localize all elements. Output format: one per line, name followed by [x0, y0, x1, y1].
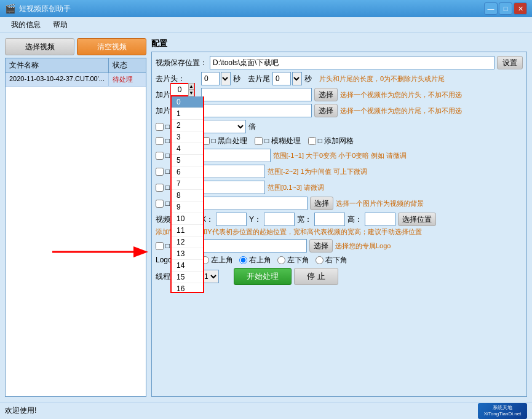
background-hint: 选择一个图片作为视频的背景	[336, 199, 523, 208]
cut-hint: 片头和片尾的长度，0为不删除片头或片尾	[319, 74, 523, 84]
background-input[interactable]	[197, 197, 308, 210]
logo-pos-leftbottom-label[interactable]: 左下角	[277, 255, 309, 265]
w-input[interactable]	[314, 213, 345, 226]
add-head-row: 加片头： 选择 选择一个视频作为您的片头，不加不用选	[156, 88, 523, 101]
video-pos-hint: 添加背景后：X和Y代表初步位置的起始位置，宽和高代表视频的宽高；建议手动选择位置	[156, 227, 523, 237]
main-content: 选择视频 清空视频 文件名称 状态 2020-11-03-10-42-37.CU…	[0, 33, 532, 402]
h-label: 高：	[347, 214, 362, 225]
h-input[interactable]	[365, 213, 395, 226]
menu-item-help[interactable]: 帮助	[47, 18, 74, 31]
video-speed-checkbox[interactable]	[156, 123, 164, 131]
blackwhite-checkbox-label[interactable]: □ 黑白处理	[202, 136, 248, 146]
logo-image: 系统天地XiTongTianDi.net	[478, 403, 527, 419]
settings-button[interactable]: 设置	[497, 56, 523, 69]
select-video-button[interactable]: 选择视频	[5, 38, 74, 55]
table-row[interactable]: 2020-11-03-10-42-37.CUT.00'... 待处理	[6, 73, 146, 87]
dropdown-item-11[interactable]: 11	[172, 225, 203, 237]
cut-tail-dropdown[interactable]: 0	[292, 72, 302, 85]
dropdown-item-10[interactable]: 10	[172, 213, 203, 225]
brightness-input[interactable]	[197, 149, 271, 162]
save-path-input[interactable]	[210, 56, 494, 69]
contrast-checkbox[interactable]	[156, 168, 164, 176]
saturation-row: □ 饱 和 范围[0.1~3] 请微调	[156, 181, 523, 194]
dropdown-item-15[interactable]: 15	[172, 272, 203, 283]
cut-tail-input[interactable]	[272, 72, 291, 85]
add-tail-input[interactable]	[201, 104, 312, 117]
spinbox-arrows: ▲ ▼	[188, 83, 194, 96]
add-tail-choose-button[interactable]: 选择	[314, 104, 338, 117]
cut-tail-label: 去片尾	[248, 74, 270, 84]
logo-pos-rightbottom-radio[interactable]	[316, 256, 324, 264]
grid-checkbox[interactable]	[308, 137, 316, 145]
logo-lefttop-text: 左上角	[211, 255, 233, 265]
dropdown-item-12[interactable]: 12	[172, 237, 203, 248]
add-head-hint: 选择一个视频作为您的片头，不加不用选	[340, 90, 523, 100]
dropdown-list[interactable]: 0123456789101112131415161718192021222324…	[170, 96, 204, 293]
video-speed-unit: 倍	[248, 122, 256, 132]
dropdown-item-5[interactable]: 5	[172, 155, 203, 166]
dropdown-item-4[interactable]: 4	[172, 143, 203, 155]
effects-row: □ 左右翻 □ 黑白处理 □ 模糊处理 □ 添加网格	[156, 136, 523, 146]
blur-checkbox[interactable]	[255, 137, 263, 145]
dropdown-input-row: ▲ ▼	[170, 83, 204, 96]
x-input[interactable]	[216, 213, 247, 226]
menu-item-myinfo[interactable]: 我的信息	[5, 18, 47, 31]
close-button[interactable]: ✕	[514, 2, 527, 15]
start-process-button[interactable]: 开始处理	[234, 268, 292, 285]
cut-head-label: 去片头：	[156, 74, 199, 84]
spinbox-input[interactable]	[171, 84, 188, 95]
cut-head-dropdown-trigger[interactable]: 0	[221, 72, 231, 85]
dropdown-item-16[interactable]: 16	[172, 283, 203, 293]
video-pos-choose-button[interactable]: 选择位置	[398, 213, 436, 226]
video-pos-row: 视频位置 X： Y： 宽： 高： 选择位置	[156, 213, 523, 226]
add-head-input[interactable]	[201, 88, 312, 101]
file-table-header: 文件名称 状态	[6, 58, 146, 73]
logo-pos-righttop-radio[interactable]	[239, 256, 247, 264]
dropdown-item-7[interactable]: 7	[172, 178, 203, 190]
add-tail-row: 加片尾： 选择 选择一个视频作为您的片尾，不加不用选	[156, 104, 523, 117]
logo-pos-row: Logo位 左上角 右上角 左下角 右下角	[156, 255, 523, 265]
status-bar: 欢迎使用! 系统天地XiTongTianDi.net	[0, 402, 532, 419]
logo-pos-lefttop-label[interactable]: 左上角	[201, 255, 233, 265]
dropdown-item-8[interactable]: 8	[172, 190, 203, 202]
config-box: 视频保存位置： 设置 去片头： 0 秒 去片尾 0	[151, 52, 527, 397]
logo-pos-leftbottom-radio[interactable]	[277, 256, 285, 264]
dropdown-item-1[interactable]: 1	[172, 108, 203, 120]
logo-checkbox[interactable]	[156, 242, 164, 250]
dropdown-item-0[interactable]: 0	[172, 96, 203, 108]
dropdown-item-3[interactable]: 3	[172, 131, 203, 143]
brightness-checkbox[interactable]	[156, 152, 164, 160]
logo-pos-righttop-label[interactable]: 右上角	[239, 255, 271, 265]
grid-checkbox-label[interactable]: □ 添加网格	[308, 136, 354, 146]
minimize-button[interactable]: —	[484, 2, 498, 15]
y-input[interactable]	[264, 213, 295, 226]
dropdown-item-6[interactable]: 6	[172, 166, 203, 178]
saturation-checkbox[interactable]	[156, 184, 164, 192]
flip-checkbox[interactable]	[156, 137, 164, 145]
file-table: 文件名称 状态 2020-11-03-10-42-37.CUT.00'... 待…	[5, 58, 146, 397]
window-controls: — □ ✕	[484, 2, 527, 15]
blur-label: □ 模糊处理	[264, 136, 301, 146]
background-checkbox[interactable]	[156, 200, 164, 208]
video-buttons: 选择视频 清空视频	[5, 38, 146, 55]
dropdown-item-9[interactable]: 9	[172, 202, 203, 213]
logo-input[interactable]	[196, 239, 307, 253]
dropdown-item-13[interactable]: 13	[172, 248, 203, 260]
dropdown-item-14[interactable]: 14	[172, 260, 203, 272]
logo-choose-button[interactable]: 选择	[309, 239, 333, 253]
logo-pos-rightbottom-label[interactable]: 右下角	[316, 255, 347, 265]
dropdown-item-2[interactable]: 2	[172, 120, 203, 131]
background-choose-button[interactable]: 选择	[310, 197, 333, 210]
add-head-choose-button[interactable]: 选择	[314, 88, 338, 101]
clear-video-button[interactable]: 清空视频	[77, 38, 146, 55]
stop-process-button[interactable]: 停 止	[294, 268, 338, 285]
blur-checkbox-label[interactable]: □ 模糊处理	[255, 136, 301, 146]
saturation-hint: 范围[0.1~3] 请微调	[268, 183, 523, 192]
spinbox-down[interactable]: ▼	[188, 90, 194, 96]
logo-hint: 选择您的专属Logo	[335, 241, 523, 251]
maximize-button[interactable]: □	[499, 2, 512, 15]
contrast-row: □ 对 比 范围[-2~2] 1为中间值 可上下微调	[156, 165, 523, 178]
spinbox-up[interactable]: ▲	[188, 83, 194, 90]
background-row: □ 添加背 选择 选择一个图片作为视频的背景	[156, 197, 523, 210]
status-text: 欢迎使用!	[5, 405, 36, 416]
